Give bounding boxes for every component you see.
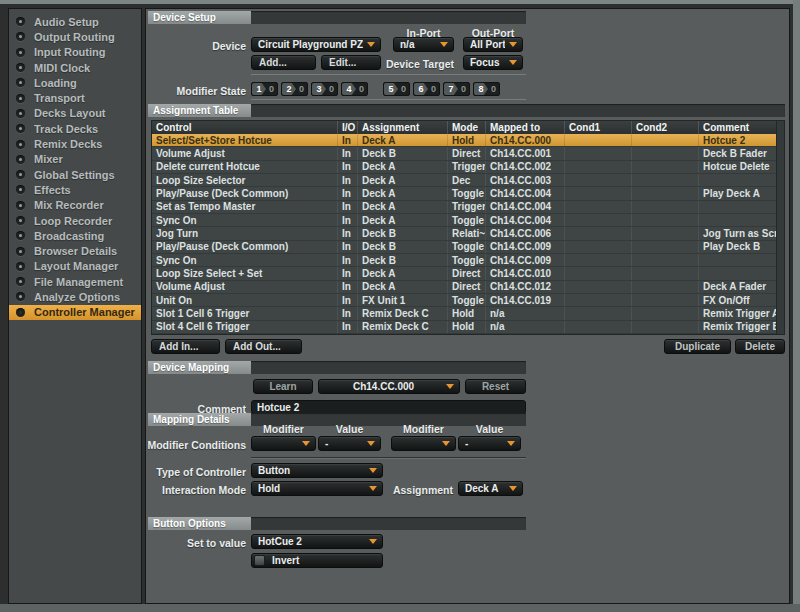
modifier-number: 5 — [384, 83, 398, 95]
divider — [251, 74, 526, 75]
modifier-number: 1 — [252, 83, 266, 95]
sidebar-item[interactable]: Remix Decks — [9, 136, 141, 151]
sidebar-item[interactable]: Loading — [9, 75, 141, 90]
radio-bullet-icon — [16, 94, 25, 103]
condition-value-dropdown[interactable]: - — [318, 436, 381, 451]
column-header-cond1[interactable]: Cond1 — [565, 121, 632, 134]
sidebar-item[interactable]: Effects — [9, 182, 141, 197]
mapped-control-value: Ch14.CC.000 — [325, 381, 442, 392]
sidebar-item[interactable]: Global Settings — [9, 167, 141, 182]
comment-field[interactable] — [251, 400, 526, 414]
sidebar-item[interactable]: Decks Layout — [9, 106, 141, 121]
column-header-control[interactable]: Control — [152, 121, 338, 134]
add-in-button[interactable]: Add In... — [151, 339, 220, 354]
column-header-cond2[interactable]: Cond2 — [632, 121, 699, 134]
set-to-value-dropdown[interactable]: HotCue 2 — [251, 534, 383, 549]
sidebar-item-label: Controller Manager — [34, 306, 135, 318]
table-row[interactable]: Play/Pause (Deck Common) In Deck A Toggl… — [152, 187, 784, 200]
condition-value-dropdown[interactable]: - — [458, 436, 521, 451]
column-header-io[interactable]: I/O — [338, 121, 358, 134]
cell-cond2 — [632, 161, 699, 173]
table-row[interactable]: Slot 4 Cell 6 Trigger In Remix Deck C Ho… — [152, 321, 784, 334]
dropdown-arrow-icon — [367, 441, 375, 446]
modifier-value: 0 — [488, 84, 499, 94]
sidebar-item-label: Loading — [34, 77, 77, 89]
sidebar-item[interactable]: Analyze Options — [9, 289, 141, 304]
column-header-assignment[interactable]: Assignment — [358, 121, 448, 134]
column-header-comment[interactable]: Comment — [699, 121, 777, 134]
learn-button[interactable]: Learn — [253, 379, 313, 394]
duplicate-button[interactable]: Duplicate — [664, 339, 731, 354]
sidebar-item[interactable]: Output Routing — [9, 29, 141, 44]
table-row[interactable]: Unit On In FX Unit 1 Toggle Ch14.CC.019 … — [152, 294, 784, 307]
table-row[interactable]: Slot 1 Cell 6 Trigger In Remix Deck C Ho… — [152, 307, 784, 320]
condition-value-value: - — [325, 438, 363, 449]
modifier-state-box[interactable]: 7 0 — [443, 82, 470, 96]
modifier-state-box[interactable]: 4 0 — [341, 82, 368, 96]
table-row[interactable]: Volume Adjust In Deck A Direct Ch14.CC.0… — [152, 281, 784, 294]
assignment-dropdown[interactable]: Deck A — [458, 481, 523, 496]
table-row[interactable]: Sync On In Deck B Toggle Ch14.CC.009 — [152, 254, 784, 267]
table-row[interactable]: Set as Tempo Master In Deck A Trigger Ch… — [152, 201, 784, 214]
table-row[interactable]: Delete current Hotcue In Deck A Trigger … — [152, 161, 784, 174]
add-device-button[interactable]: Add... — [251, 55, 316, 70]
button-options-header-bar — [249, 517, 526, 530]
modifier-state-box[interactable]: 3 0 — [311, 82, 338, 96]
modifier-state-box[interactable]: 2 0 — [281, 82, 308, 96]
device-target-dropdown[interactable]: Focus — [463, 55, 523, 70]
device-dropdown[interactable]: Circuit Playground PZ-1 — [251, 37, 381, 52]
table-row[interactable]: Loop Size Selector In Deck A Dec Ch14.CC… — [152, 174, 784, 187]
sidebar-item[interactable]: Track Decks — [9, 121, 141, 136]
sidebar-item[interactable]: MIDI Clock — [9, 60, 141, 75]
table-row[interactable]: Loop Size Select + Set In Deck A Direct … — [152, 267, 784, 280]
cell-mapped-to: Ch14.CC.004 — [486, 187, 565, 199]
table-row[interactable]: Volume Adjust In Deck B Direct Ch14.CC.0… — [152, 147, 784, 160]
sidebar-item[interactable]: Input Routing — [9, 45, 141, 60]
preferences-sidebar: Audio Setup Output Routing Input Routing… — [8, 8, 142, 604]
out-port-dropdown[interactable]: All Ports — [463, 37, 523, 52]
sidebar-item[interactable]: Loop Recorder — [9, 213, 141, 228]
cell-cond2 — [632, 174, 699, 186]
table-row[interactable]: Select/Set+Store Hotcue In Deck A Hold C… — [152, 134, 784, 147]
condition-modifier-dropdown[interactable] — [251, 436, 316, 451]
column-header-mode[interactable]: Mode — [448, 121, 486, 134]
table-row[interactable]: Play/Pause (Deck Common) In Deck B Toggl… — [152, 241, 784, 254]
sidebar-item[interactable]: Layout Manager — [9, 259, 141, 274]
cell-mode: Direct — [448, 267, 486, 279]
modifier-state-box[interactable]: 1 0 — [251, 82, 278, 96]
dropdown-arrow-icon — [302, 441, 310, 446]
in-port-dropdown[interactable]: n/a — [393, 37, 454, 52]
add-out-button[interactable]: Add Out... — [225, 339, 302, 354]
table-row[interactable]: Sync On In Deck A Toggle Ch14.CC.004 — [152, 214, 784, 227]
sidebar-item[interactable]: Audio Setup — [9, 14, 141, 29]
modifier-state-box[interactable]: 5 0 — [383, 82, 410, 96]
sidebar-item[interactable]: Mix Recorder — [9, 198, 141, 213]
reset-button[interactable]: Reset — [465, 379, 526, 394]
cell-comment: Deck B Fader — [699, 147, 777, 159]
condition-modifier-dropdown[interactable] — [391, 436, 456, 451]
cell-cond1 — [565, 321, 632, 333]
modifier-state-box[interactable]: 8 0 — [473, 82, 500, 96]
invert-checkbox[interactable] — [254, 555, 265, 566]
cell-mapped-to: Ch14.CC.003 — [486, 174, 565, 186]
cell-control: Volume Adjust — [152, 147, 338, 159]
sidebar-item[interactable]: Transport — [9, 90, 141, 105]
assignment-table-body: Select/Set+Store Hotcue In Deck A Hold C… — [152, 134, 784, 334]
sidebar-item[interactable]: Mixer — [9, 152, 141, 167]
modifier-state-box[interactable]: 6 0 — [413, 82, 440, 96]
cell-io: In — [338, 174, 358, 186]
column-header-mapped-to[interactable]: Mapped to — [486, 121, 565, 134]
sidebar-item[interactable]: Browser Details — [9, 243, 141, 258]
mapped-control-dropdown[interactable]: Ch14.CC.000 — [318, 379, 460, 394]
delete-button[interactable]: Delete — [735, 339, 785, 354]
table-scrollbar[interactable] — [776, 121, 784, 334]
invert-toggle[interactable]: Invert — [251, 553, 383, 568]
modifier-condition-group: Modifier Value - — [251, 423, 381, 451]
divider — [251, 457, 526, 459]
type-of-controller-dropdown[interactable]: Button — [251, 463, 383, 478]
sidebar-item[interactable]: Controller Manager — [9, 305, 141, 320]
sidebar-item[interactable]: File Management — [9, 274, 141, 289]
table-row[interactable]: Jog Turn In Deck B Relati~ Ch14.CC.006 J… — [152, 227, 784, 240]
cell-cond1 — [565, 307, 632, 319]
sidebar-item[interactable]: Broadcasting — [9, 228, 141, 243]
